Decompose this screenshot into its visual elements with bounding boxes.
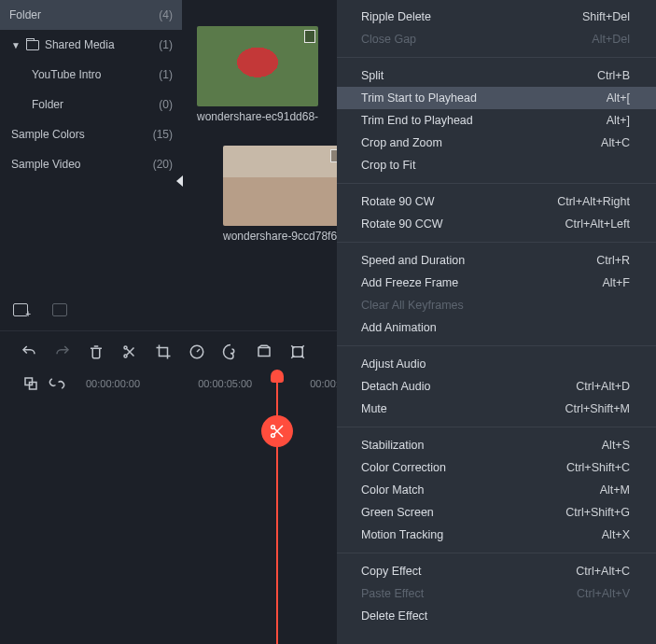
context-menu-item[interactable]: Color CorrectionCtrl+Shift+C xyxy=(337,456,656,479)
timecode: 00:00:05:00 xyxy=(198,378,252,389)
context-menu-label: Clear All Keyframes xyxy=(361,299,464,312)
keyframe-icon[interactable] xyxy=(256,343,272,360)
context-menu-item[interactable]: Speed and DurationCtrl+R xyxy=(337,249,656,272)
sidebar-item-count: (15) xyxy=(153,128,173,141)
undo-icon[interactable] xyxy=(21,343,37,360)
link-overlap-icon[interactable] xyxy=(22,375,39,392)
svg-rect-4 xyxy=(293,346,303,357)
redo-icon[interactable] xyxy=(54,343,71,360)
context-menu-separator xyxy=(337,553,656,553)
context-menu-shortcut: Alt+X xyxy=(602,528,630,541)
context-menu-separator xyxy=(337,57,656,58)
svg-point-1 xyxy=(124,355,127,357)
folder-header-label: Folder xyxy=(9,8,41,21)
context-menu-item[interactable]: SplitCtrl+B xyxy=(337,64,656,87)
sidebar-item-label: Folder xyxy=(32,98,63,111)
context-menu-item[interactable]: Rotate 90 CWCtrl+Alt+Right xyxy=(337,190,656,213)
context-menu-shortcut: Alt+S xyxy=(602,439,630,452)
context-menu-item[interactable]: MuteCtrl+Shift+M xyxy=(337,398,656,420)
context-menu-shortcut: Ctrl+Alt+V xyxy=(577,587,630,600)
context-menu-label: Stabilization xyxy=(361,439,424,452)
sidebar-item-shared-media[interactable]: ▼ Shared Media (1) xyxy=(0,30,182,60)
media-sidebar: Folder (4) ▼ Shared Media (1) YouTube In… xyxy=(0,0,182,327)
sidebar-item-count: (1) xyxy=(159,68,173,81)
context-menu: Ripple DeleteShift+DelClose GapAlt+DelSp… xyxy=(337,0,656,644)
crop-icon[interactable] xyxy=(155,343,172,360)
context-menu-label: Trim End to Playhead xyxy=(361,114,473,127)
folder-header-count: (4) xyxy=(159,8,173,21)
sidebar-item-label: Sample Video xyxy=(11,158,81,171)
context-menu-item[interactable]: Crop and ZoomAlt+C xyxy=(337,132,656,154)
sidebar-item-label: Shared Media xyxy=(45,38,115,51)
sidebar-item-count: (20) xyxy=(153,158,173,171)
context-menu-shortcut: Ctrl+Alt+C xyxy=(576,565,630,578)
context-menu-item[interactable]: Rotate 90 CCWCtrl+Alt+Left xyxy=(337,213,656,235)
context-menu-item[interactable]: Crop to Fit xyxy=(337,154,656,176)
media-item[interactable]: wondershare-9ccd78f6-6... xyxy=(223,146,344,243)
context-menu-item[interactable]: Detach AudioCtrl+Alt+D xyxy=(337,375,656,398)
sidebar-toolbar xyxy=(0,293,182,327)
video-badge-icon xyxy=(304,30,315,43)
sidebar-item-label: YouTube Intro xyxy=(32,68,102,81)
panel-collapse-icon[interactable] xyxy=(176,175,183,187)
svg-point-11 xyxy=(272,426,275,429)
context-menu-separator xyxy=(337,183,656,184)
folder-tree: ▼ Shared Media (1) YouTube Intro (1) Fol… xyxy=(0,30,182,293)
context-menu-item: Clear All Keyframes xyxy=(337,294,656,316)
split-icon[interactable] xyxy=(121,343,138,360)
context-menu-label: Green Screen xyxy=(361,506,434,519)
context-menu-separator xyxy=(337,242,656,243)
context-menu-separator xyxy=(337,427,656,427)
context-menu-label: Ripple Delete xyxy=(361,10,431,23)
context-menu-item[interactable]: Add Animation xyxy=(337,316,656,339)
sidebar-item-sample-colors[interactable]: Sample Colors (15) xyxy=(0,119,182,149)
playhead[interactable] xyxy=(276,370,278,644)
marker-icon[interactable] xyxy=(289,343,306,360)
context-menu-item[interactable]: Trim Start to PlayheadAlt+[ xyxy=(337,87,656,109)
context-menu-shortcut: Ctrl+Shift+G xyxy=(565,506,630,519)
context-menu-item[interactable]: Copy EffectCtrl+Alt+C xyxy=(337,560,656,582)
context-menu-item[interactable]: Add Freeze FrameAlt+F xyxy=(337,272,656,294)
context-menu-label: Color Correction xyxy=(361,461,446,474)
context-menu-shortcut: Ctrl+R xyxy=(596,254,630,267)
context-menu-item[interactable]: Green ScreenCtrl+Shift+G xyxy=(337,501,656,524)
svg-point-12 xyxy=(272,434,275,438)
context-menu-shortcut: Ctrl+Alt+D xyxy=(576,380,630,393)
context-menu-item[interactable]: Trim End to PlayheadAlt+] xyxy=(337,109,656,132)
context-menu-item[interactable]: Adjust Audio xyxy=(337,353,656,375)
context-menu-item[interactable]: Delete Effect xyxy=(337,605,656,627)
sidebar-item-label: Sample Colors xyxy=(11,128,85,141)
context-menu-item[interactable]: Color MatchAlt+M xyxy=(337,479,656,501)
context-menu-label: Color Match xyxy=(361,483,424,497)
delete-icon[interactable] xyxy=(88,343,105,360)
context-menu-shortcut: Alt+C xyxy=(601,136,630,149)
context-menu-label: Crop and Zoom xyxy=(361,136,442,149)
folder-action-icon[interactable] xyxy=(52,303,67,316)
context-menu-label: Mute xyxy=(361,402,387,415)
context-menu-item[interactable]: Motion TrackingAlt+X xyxy=(337,524,656,546)
context-menu-item: Close GapAlt+Del xyxy=(337,28,656,50)
chevron-down-icon: ▼ xyxy=(11,40,21,50)
context-menu-shortcut: Ctrl+Shift+C xyxy=(566,461,630,474)
split-at-playhead-button[interactable] xyxy=(261,415,293,447)
speed-icon[interactable] xyxy=(188,343,205,360)
sidebar-item-sample-video[interactable]: Sample Video (20) xyxy=(0,149,182,179)
context-menu-item[interactable]: StabilizationAlt+S xyxy=(337,434,656,456)
context-menu-label: Add Freeze Frame xyxy=(361,276,458,289)
context-menu-label: Detach Audio xyxy=(361,380,430,393)
folder-header[interactable]: Folder (4) xyxy=(0,0,182,30)
color-icon[interactable] xyxy=(222,343,239,360)
context-menu-label: Paste Effect xyxy=(361,587,424,600)
context-menu-item[interactable]: Ripple DeleteShift+Del xyxy=(337,6,656,28)
new-folder-icon[interactable] xyxy=(13,303,28,316)
context-menu-label: Split xyxy=(361,69,384,82)
sidebar-item-folder[interactable]: Folder (0) xyxy=(0,90,182,119)
context-menu-label: Rotate 90 CW xyxy=(361,195,435,208)
svg-rect-3 xyxy=(258,347,270,356)
link-chain-icon[interactable] xyxy=(49,375,65,392)
context-menu-shortcut: Alt+Del xyxy=(592,33,630,46)
sidebar-item-youtube-intro[interactable]: YouTube Intro (1) xyxy=(0,60,182,90)
context-menu-label: Speed and Duration xyxy=(361,254,465,267)
context-menu-label: Rotate 90 CCW xyxy=(361,217,443,231)
context-menu-label: Adjust Audio xyxy=(361,357,426,371)
